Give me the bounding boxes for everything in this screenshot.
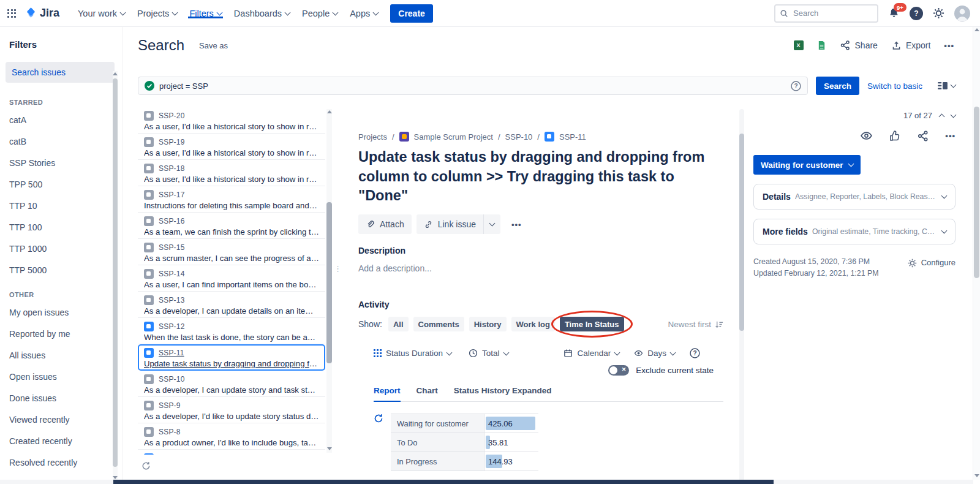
list-item-partial[interactable] [138, 450, 325, 455]
list-refresh-icon[interactable] [141, 461, 325, 471]
sidebar-scrollbar[interactable] [113, 71, 118, 482]
detail-panel-scrollbar[interactable] [739, 109, 744, 482]
list-item[interactable]: SSP-16 As a team, we can finish the spri… [138, 213, 325, 239]
sidebar-item-tpp-500[interactable]: TPP 500 [9, 180, 122, 189]
list-item[interactable]: SSP-10 As a developer, I can update stor… [138, 371, 325, 397]
page-vertical-scrollbar[interactable] [973, 27, 980, 480]
horizontal-scrollbar-thumb[interactable] [113, 480, 774, 484]
share-button[interactable]: Share [840, 40, 878, 51]
attach-button[interactable]: Attach [358, 214, 412, 234]
help-button[interactable]: ? [910, 7, 923, 20]
scroll-up-arrow-icon[interactable] [113, 72, 118, 75]
tab-status-history-expanded[interactable]: Status History Expanded [454, 386, 552, 401]
calendar-dropdown[interactable]: Calendar [564, 349, 619, 358]
nav-your-work[interactable]: Your work [78, 9, 125, 18]
scroll-down-arrow-icon[interactable] [113, 476, 118, 479]
previous-issue-icon[interactable] [939, 113, 945, 119]
list-item[interactable]: SSP-9 As a developer, I'd like to update… [138, 397, 325, 423]
sidebar-item-open-issues[interactable]: Open issues [9, 372, 122, 382]
issue-panel-more-button[interactable]: ••• [945, 131, 956, 140]
tis-help-icon[interactable]: ? [690, 348, 700, 358]
global-search-box[interactable] [774, 4, 878, 23]
page-horizontal-scrollbar[interactable] [0, 480, 973, 484]
switch-to-basic-link[interactable]: Switch to basic [867, 81, 922, 91]
total-dropdown[interactable]: Total [469, 349, 508, 358]
layout-view-switcher[interactable] [938, 81, 956, 90]
page-scrollbar-thumb[interactable] [974, 107, 979, 278]
export-button[interactable]: Export [891, 40, 930, 51]
list-item[interactable]: SSP-14 As a user, I can find important i… [138, 265, 325, 292]
list-item[interactable]: SSP-18 As a user, I'd like a historical … [138, 160, 325, 186]
sidebar-item-resolved-recently[interactable]: Resolved recently [9, 458, 122, 467]
app-switcher-icon[interactable] [7, 9, 16, 18]
status-duration-dropdown[interactable]: Status Duration [374, 349, 451, 358]
header-more-button[interactable]: ••• [944, 41, 954, 50]
details-card[interactable]: Details Assignee, Reporter, Labels, Bloc… [753, 184, 956, 210]
settings-gear-icon[interactable] [933, 7, 944, 19]
report-refresh-icon[interactable] [374, 414, 383, 423]
breadcrumb-projects[interactable]: Projects [358, 132, 387, 142]
panel-resize-handle[interactable]: ⋮ [334, 266, 342, 271]
sidebar-item-my-open-issues[interactable]: My open issues [9, 308, 122, 317]
list-item[interactable]: SSP-17 Instructions for deleting this sa… [138, 186, 325, 213]
nav-dashboards[interactable]: Dashboards [234, 9, 290, 18]
sidebar-item-reported-by-me[interactable]: Reported by me [9, 329, 122, 339]
scroll-up-arrow-icon[interactable] [327, 110, 332, 113]
jira-logo[interactable]: Jira [24, 7, 59, 20]
list-item[interactable]: SSP-8 As a product owner, I'd like to in… [138, 423, 325, 450]
sidebar-item-all-issues[interactable]: All issues [9, 350, 122, 360]
sidebar-item-ttp-10[interactable]: TTP 10 [9, 201, 122, 211]
nav-filters[interactable]: Filters [189, 9, 221, 18]
list-item-selected[interactable]: SSP-11 Update task status by dragging an… [138, 344, 325, 371]
sheets-export-icon[interactable] [817, 40, 826, 50]
list-item[interactable]: SSP-13 As a developer, I can update deta… [138, 292, 325, 318]
detail-scrollbar-thumb[interactable] [739, 134, 744, 331]
nav-apps[interactable]: Apps [350, 9, 378, 18]
issue-list-scrollbar[interactable] [326, 109, 332, 453]
share-icon[interactable] [917, 130, 929, 142]
description-placeholder[interactable]: Add a description... [358, 263, 723, 273]
global-search-input[interactable] [792, 8, 873, 18]
sort-order-button[interactable]: Newest first [668, 320, 723, 329]
tab-chart[interactable]: Chart [417, 386, 438, 401]
sidebar-item-viewed-recently[interactable]: Viewed recently [9, 415, 122, 425]
sidebar-item-ttp-1000[interactable]: TTP 1000 [9, 244, 122, 254]
link-issue-dropdown[interactable] [483, 214, 500, 234]
sidebar-item-ssp-stories[interactable]: SSP Stories [9, 158, 122, 168]
sidebar-item-cata[interactable]: catA [9, 115, 122, 125]
exclude-current-state-toggle[interactable]: ✕ [608, 365, 629, 376]
next-issue-icon[interactable] [951, 112, 957, 118]
create-button[interactable]: Create [390, 4, 433, 23]
sidebar-scrollbar-thumb[interactable] [113, 78, 118, 467]
list-item[interactable]: SSP-19 As a user, I'd like a historical … [138, 134, 325, 160]
list-item[interactable]: SSP-15 As a scrum master, I can see the … [138, 239, 325, 265]
query-help-icon[interactable]: ? [791, 81, 801, 91]
watch-eye-icon[interactable] [860, 129, 873, 142]
issue-more-button[interactable]: ••• [505, 214, 528, 234]
filter-history[interactable]: History [469, 317, 507, 331]
sidebar-item-ttp-5000[interactable]: TTP 5000 [9, 265, 122, 275]
notifications-button[interactable]: 9+ [888, 7, 900, 19]
issue-list-scrollbar-thumb[interactable] [326, 202, 332, 363]
tab-report[interactable]: Report [374, 386, 401, 402]
breadcrumb-project[interactable]: Sample Scrum Project [414, 132, 493, 142]
sidebar-item-catb[interactable]: catB [9, 137, 122, 146]
sidebar-item-created-recently[interactable]: Created recently [9, 436, 122, 446]
sidebar-item-search-issues[interactable]: Search issues [6, 62, 115, 83]
nav-projects[interactable]: Projects [137, 9, 177, 18]
breadcrumb-parent-issue[interactable]: SSP-10 [505, 132, 533, 142]
more-fields-card[interactable]: More fields Original estimate, Time trac… [753, 219, 956, 244]
vote-thumbs-up-icon[interactable] [889, 130, 901, 142]
filter-work-log[interactable]: Work log [511, 317, 555, 331]
status-dropdown-button[interactable]: Waiting for customer [753, 155, 861, 175]
breadcrumb-issue-key[interactable]: SSP-11 [559, 132, 586, 142]
days-unit-dropdown[interactable]: Days [634, 349, 675, 358]
filter-comments[interactable]: Comments [413, 317, 464, 331]
nav-people[interactable]: People [302, 9, 337, 18]
configure-button[interactable]: Configure [908, 257, 956, 269]
excel-export-icon[interactable]: X [794, 40, 804, 50]
jql-query-input[interactable]: project = SSP ? [138, 77, 808, 95]
filter-time-in-status[interactable]: Time In Status [560, 317, 624, 331]
list-item[interactable]: SSP-20 As a user, I'd like a historical … [138, 107, 325, 134]
save-as-link[interactable]: Save as [199, 41, 228, 50]
